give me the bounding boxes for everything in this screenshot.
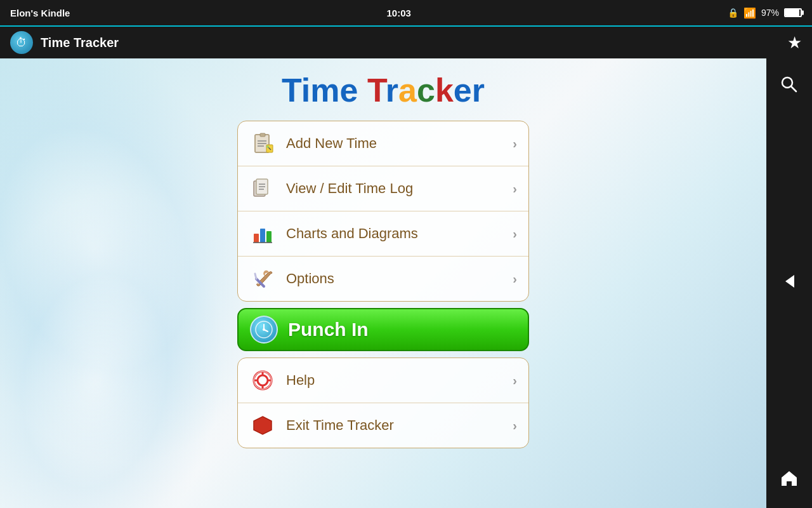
status-right: 🔒 📶 97% — [728, 7, 802, 19]
view-edit-arrow: › — [513, 182, 517, 196]
app-logo: ⏱ — [10, 31, 33, 54]
search-button[interactable] — [774, 71, 804, 102]
svg-line-19 — [255, 274, 256, 279]
punch-in-label: Punch In — [288, 319, 369, 340]
exit-arrow: › — [513, 418, 517, 433]
heading-time: Time — [282, 72, 367, 109]
back-icon — [780, 272, 798, 295]
back-button[interactable] — [774, 268, 804, 298]
app-title: Time Tracker — [41, 36, 119, 50]
lifebuoy-icon — [249, 367, 276, 394]
charts-diagrams-label: Charts and Diagrams — [286, 225, 513, 242]
svg-rect-5 — [260, 133, 265, 137]
svg-marker-31 — [254, 417, 272, 434]
help-arrow: › — [513, 373, 517, 388]
svg-line-33 — [791, 86, 796, 91]
options-arrow: › — [513, 272, 517, 286]
home-button[interactable] — [774, 465, 804, 495]
battery-fill — [785, 10, 799, 16]
svg-point-25 — [258, 375, 268, 385]
content-area: Time Tracker — [0, 58, 766, 508]
options-label: Options — [286, 271, 513, 287]
favorite-star-icon[interactable]: ★ — [787, 33, 802, 53]
exit-label: Exit Time Tracker — [286, 417, 513, 434]
svg-rect-15 — [260, 229, 265, 243]
menu-item-charts-diagrams[interactable]: Charts and Diagrams › — [238, 211, 528, 257]
add-new-time-arrow: › — [513, 137, 517, 151]
right-sidebar — [766, 58, 812, 508]
heading-a: a — [398, 72, 417, 109]
home-icon — [780, 469, 798, 491]
punch-in-clock-icon — [250, 316, 278, 344]
svg-point-8 — [266, 145, 269, 148]
heading-r: r — [386, 72, 398, 109]
notepad-icon — [249, 130, 276, 157]
svg-rect-14 — [254, 234, 259, 243]
svg-marker-34 — [785, 275, 794, 288]
menu-item-add-new-time[interactable]: Add New Time › — [238, 121, 528, 166]
svg-point-23 — [263, 328, 265, 331]
heading-c: c — [417, 72, 435, 109]
menu-item-view-edit-time-log[interactable]: View / Edit Time Log › — [238, 166, 528, 211]
time-display: 10:03 — [387, 8, 411, 18]
lock-icon: 🔒 — [728, 8, 738, 18]
view-edit-time-log-label: View / Edit Time Log — [286, 180, 513, 197]
stop-icon — [249, 412, 276, 439]
menu-item-help[interactable]: Help › — [238, 358, 528, 403]
menu-item-options[interactable]: Options › — [238, 257, 528, 301]
menu-card-main: Add New Time › View / Edit Ti — [237, 121, 529, 302]
search-icon — [780, 76, 798, 98]
heading-er: er — [454, 72, 485, 109]
list-icon — [249, 175, 276, 202]
main-layout: Time Tracker — [0, 58, 812, 508]
device-name: Elon's Kindle — [10, 8, 70, 18]
wifi-icon: 📶 — [743, 7, 756, 19]
menu-card-secondary: Help › Exit Time Tracker › — [237, 358, 529, 448]
help-label: Help — [286, 372, 513, 389]
svg-rect-16 — [266, 231, 272, 243]
title-bar: ⏱ Time Tracker ★ — [0, 25, 812, 58]
add-new-time-label: Add New Time — [286, 135, 513, 152]
app-heading: Time Tracker — [282, 71, 485, 109]
chart-icon — [249, 220, 276, 247]
menu-container: Add New Time › View / Edit Ti — [237, 121, 529, 455]
charts-arrow: › — [513, 227, 517, 241]
battery-icon — [784, 8, 802, 17]
wrench-icon — [249, 265, 276, 292]
battery-percent: 97% — [761, 8, 779, 18]
status-bar: Elon's Kindle 10:03 🔒 📶 97% — [0, 0, 812, 25]
heading-t: T — [367, 72, 386, 109]
heading-k: k — [435, 72, 454, 109]
punch-in-button[interactable]: Punch In — [237, 308, 529, 351]
svg-marker-35 — [782, 471, 797, 486]
menu-item-exit[interactable]: Exit Time Tracker › — [238, 403, 528, 448]
